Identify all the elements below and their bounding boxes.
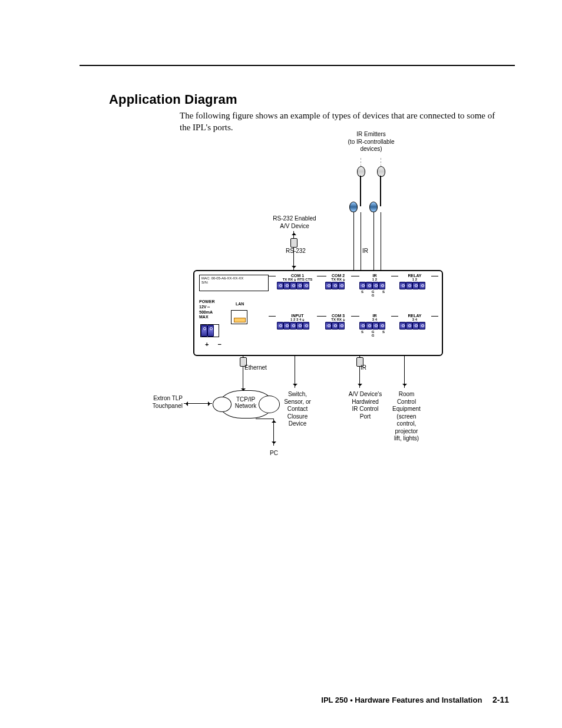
ir12-pins: 1 2 <box>359 278 390 281</box>
pc-line <box>273 419 274 446</box>
ir-cable <box>381 212 381 270</box>
application-diagram: IR Emitters (to IR-controllable devices)… <box>177 130 471 472</box>
relay12-title: RELAY <box>399 274 430 278</box>
ir34-sgsg: S G S G <box>359 330 390 337</box>
lan-label: LAN <box>236 302 244 306</box>
power-label: POWER 12V ⎓ 500mA MAX <box>199 299 214 320</box>
ir34-block <box>359 322 390 330</box>
input-cable <box>295 355 295 388</box>
com3-block <box>325 322 351 330</box>
ir34-pins: 3 4 <box>359 318 390 321</box>
room-control-label: Room Control Equipment (screen control, … <box>383 391 430 443</box>
polarity-label: + − <box>205 341 225 348</box>
section-heading: Application Diagram <box>109 92 515 107</box>
cloud-label: TCP/IP Network <box>227 396 264 409</box>
com3-pins: TX RX ⏚ <box>325 318 351 321</box>
ir-label-top: IR <box>362 248 386 255</box>
com2-block <box>325 282 351 289</box>
com2-pins: TX RX ⏚ <box>325 278 351 281</box>
relay12-pins: 1 2 <box>399 278 430 281</box>
ir12-block <box>359 282 390 289</box>
ir12-sgsg: S G S G <box>359 290 390 297</box>
ir34-title: IR <box>359 314 390 318</box>
com1-pins: TX RX ⏚ RTS CTS <box>277 278 318 281</box>
com3-title: COM 3 <box>325 314 351 318</box>
ir-cable <box>361 212 361 270</box>
ir-emitters-label: IR Emitters (to IR-controllable devices) <box>336 131 406 153</box>
com2-title: COM 2 <box>325 274 351 278</box>
relay12-block <box>399 282 430 289</box>
input-pins: 1 2 3 4 ⏚ <box>277 318 318 321</box>
relay34-title: RELAY <box>399 314 430 318</box>
page-footer: IPL 250 • Hardware Features and Installa… <box>321 695 509 704</box>
relay34-block <box>399 322 430 330</box>
ipl-rear-panel: MAC: 00-05-A6-XX-XX-XX S/N: POWER 12V ⎓ … <box>193 270 443 356</box>
pc-label: PC <box>265 450 283 457</box>
ir-stem <box>380 176 381 206</box>
rs232-label: RS-232 <box>286 248 321 255</box>
relay34-pins: 3 4 <box>399 318 430 321</box>
ethernet-label: Ethernet <box>244 364 280 372</box>
ir-plug <box>369 202 378 212</box>
input-title: INPUT <box>277 314 318 318</box>
footer-text: IPL 250 • Hardware Features and Installa… <box>321 696 482 704</box>
pc-hline <box>256 419 273 419</box>
sn-text: S/N: <box>201 281 266 285</box>
switch-sensor-label: Switch, Sensor, or Contact Closure Devic… <box>277 391 318 428</box>
ir-cable <box>373 212 374 270</box>
tlp-line <box>184 403 212 404</box>
ir-stem <box>360 176 361 206</box>
mac-text: MAC: 00-05-A6-XX-XX-XX <box>201 276 266 281</box>
lan-port <box>231 310 247 324</box>
ir-label-bottom: IR <box>361 364 384 372</box>
ir12-title: IR <box>359 274 390 278</box>
rs232-device-label: RS-232 Enabled A/V Device <box>259 215 330 230</box>
rs232-plug <box>290 238 297 248</box>
input-block <box>277 322 318 330</box>
av-device-ir-label: A/V Device's Hardwired IR Control Port <box>342 391 389 420</box>
mac-sn-box: MAC: 00-05-A6-XX-XX-XX S/N: <box>199 275 269 291</box>
ir-cable <box>353 212 354 270</box>
com1-block <box>277 282 318 289</box>
com1-title: COM 1 <box>277 274 318 278</box>
ir-emitter-head <box>377 166 385 177</box>
ir-emitter-head <box>357 166 365 177</box>
power-port <box>200 324 219 337</box>
extron-tlp-label: Extron TLP Touchpanel <box>135 395 183 410</box>
ir-plug <box>349 202 358 212</box>
relay-cable <box>404 355 405 388</box>
page-number: 2-11 <box>492 695 509 704</box>
top-rule <box>80 65 515 66</box>
